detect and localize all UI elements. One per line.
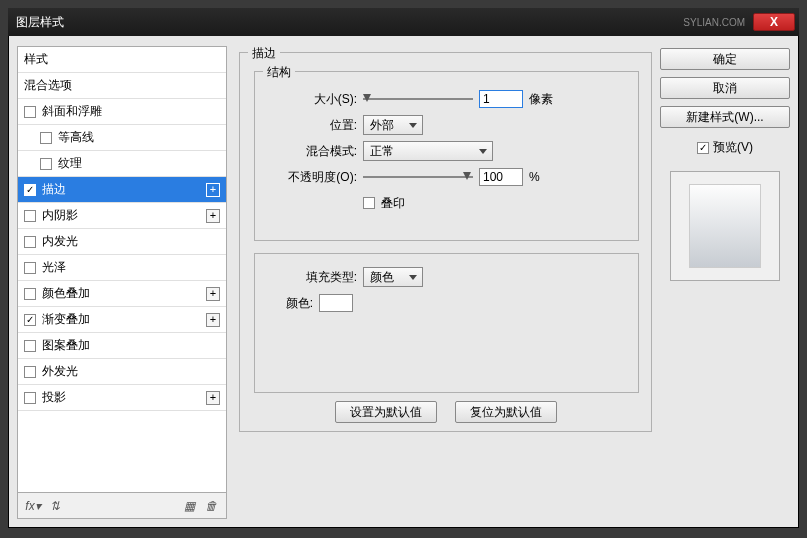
- dialog-body: 样式 混合选项 斜面和浮雕等高线纹理描边+内阴影+内发光光泽颜色叠加+渐变叠加+…: [9, 36, 798, 527]
- blendmode-select[interactable]: 正常: [363, 141, 493, 161]
- size-field[interactable]: [479, 90, 523, 108]
- layer-style-dialog: 图层样式 SYLIAN.COM X 样式 混合选项 斜面和浮雕等高线纹理描边+内…: [8, 8, 799, 528]
- fill-fieldset: 填充类型: 颜色 颜色:: [254, 253, 639, 393]
- style-item-label: 描边: [42, 181, 66, 198]
- add-effect-icon[interactable]: +: [206, 183, 220, 197]
- style-item-label: 渐变叠加: [42, 311, 90, 328]
- opacity-slider[interactable]: [363, 170, 473, 184]
- new-style-button[interactable]: 新建样式(W)...: [660, 106, 790, 128]
- style-checkbox[interactable]: [24, 210, 36, 222]
- size-unit: 像素: [529, 91, 553, 108]
- style-item-label: 图案叠加: [42, 337, 90, 354]
- settings-panel: 描边 结构 大小(S): 像素 位置: 外部 混合模式:: [235, 46, 652, 519]
- style-item[interactable]: 等高线: [18, 125, 226, 151]
- style-item-label: 颜色叠加: [42, 285, 90, 302]
- size-label: 大小(S):: [265, 91, 357, 108]
- trash-icon[interactable]: 🗑: [202, 497, 220, 515]
- style-checkbox[interactable]: [24, 392, 36, 404]
- style-checkbox[interactable]: [24, 314, 36, 326]
- fx-icon[interactable]: fx▾: [24, 497, 42, 515]
- style-checkbox[interactable]: [24, 366, 36, 378]
- blendmode-label: 混合模式:: [265, 143, 357, 160]
- style-item[interactable]: 纹理: [18, 151, 226, 177]
- defaults-row: 设置为默认值 复位为默认值: [240, 401, 651, 423]
- add-icon[interactable]: ▦: [180, 497, 198, 515]
- make-default-button[interactable]: 设置为默认值: [335, 401, 437, 423]
- style-item[interactable]: 颜色叠加+: [18, 281, 226, 307]
- close-button[interactable]: X: [753, 13, 795, 31]
- window-title: 图层样式: [16, 14, 64, 31]
- style-checkbox[interactable]: [24, 262, 36, 274]
- style-item[interactable]: 描边+: [18, 177, 226, 203]
- overprint-label: 叠印: [381, 195, 405, 212]
- position-select[interactable]: 外部: [363, 115, 423, 135]
- filltype-select[interactable]: 颜色: [363, 267, 423, 287]
- ok-button[interactable]: 确定: [660, 48, 790, 70]
- style-item[interactable]: 光泽: [18, 255, 226, 281]
- stroke-group-label: 描边: [248, 45, 280, 62]
- style-item[interactable]: 外发光: [18, 359, 226, 385]
- style-item-label: 内阴影: [42, 207, 78, 224]
- opacity-field[interactable]: [479, 168, 523, 186]
- preview-checkbox[interactable]: [697, 142, 709, 154]
- structure-label: 结构: [263, 64, 295, 81]
- style-item-label: 纹理: [58, 155, 82, 172]
- add-effect-icon[interactable]: +: [206, 287, 220, 301]
- style-item[interactable]: 渐变叠加+: [18, 307, 226, 333]
- preview-label: 预览(V): [713, 139, 753, 156]
- add-effect-icon[interactable]: +: [206, 209, 220, 223]
- reset-default-button[interactable]: 复位为默认值: [455, 401, 557, 423]
- styles-list: 样式 混合选项 斜面和浮雕等高线纹理描边+内阴影+内发光光泽颜色叠加+渐变叠加+…: [17, 46, 227, 493]
- styles-sidebar: 样式 混合选项 斜面和浮雕等高线纹理描边+内阴影+内发光光泽颜色叠加+渐变叠加+…: [17, 46, 227, 519]
- size-slider[interactable]: [363, 92, 473, 106]
- style-item[interactable]: 内发光: [18, 229, 226, 255]
- style-item-label: 内发光: [42, 233, 78, 250]
- color-swatch[interactable]: [319, 294, 353, 312]
- arrow-up-down-icon[interactable]: ⇅: [46, 497, 64, 515]
- style-checkbox[interactable]: [24, 184, 36, 196]
- stroke-fieldset: 描边 结构 大小(S): 像素 位置: 外部 混合模式:: [239, 52, 652, 432]
- style-checkbox[interactable]: [24, 288, 36, 300]
- titlebar[interactable]: 图层样式 SYLIAN.COM X: [8, 8, 799, 36]
- style-item[interactable]: 斜面和浮雕: [18, 99, 226, 125]
- preview-toggle-row: 预览(V): [660, 139, 790, 156]
- filltype-label: 填充类型:: [265, 269, 357, 286]
- style-checkbox[interactable]: [24, 340, 36, 352]
- style-checkbox[interactable]: [40, 158, 52, 170]
- style-checkbox[interactable]: [40, 132, 52, 144]
- overprint-checkbox[interactable]: [363, 197, 375, 209]
- add-effect-icon[interactable]: +: [206, 313, 220, 327]
- add-effect-icon[interactable]: +: [206, 391, 220, 405]
- style-item-label: 等高线: [58, 129, 94, 146]
- cancel-button[interactable]: 取消: [660, 77, 790, 99]
- position-label: 位置:: [265, 117, 357, 134]
- structure-fieldset: 结构 大小(S): 像素 位置: 外部 混合模式: 正常: [254, 71, 639, 241]
- style-checkbox[interactable]: [24, 106, 36, 118]
- style-item[interactable]: 内阴影+: [18, 203, 226, 229]
- style-checkbox[interactable]: [24, 236, 36, 248]
- style-item[interactable]: 图案叠加: [18, 333, 226, 359]
- sidebar-header-styles[interactable]: 样式: [18, 47, 226, 73]
- watermark: SYLIAN.COM: [683, 17, 745, 28]
- opacity-label: 不透明度(O):: [265, 169, 357, 186]
- opacity-unit: %: [529, 170, 540, 184]
- style-item-label: 外发光: [42, 363, 78, 380]
- action-panel: 确定 取消 新建样式(W)... 预览(V): [660, 46, 790, 519]
- sidebar-header-blend[interactable]: 混合选项: [18, 73, 226, 99]
- preview-swatch: [689, 184, 761, 268]
- style-item-label: 投影: [42, 389, 66, 406]
- preview-box: [670, 171, 780, 281]
- close-icon: X: [770, 15, 778, 29]
- sidebar-footer: fx▾ ⇅ ▦ 🗑: [17, 493, 227, 519]
- style-item[interactable]: 投影+: [18, 385, 226, 411]
- style-item-label: 斜面和浮雕: [42, 103, 102, 120]
- style-item-label: 光泽: [42, 259, 66, 276]
- color-label: 颜色:: [265, 295, 313, 312]
